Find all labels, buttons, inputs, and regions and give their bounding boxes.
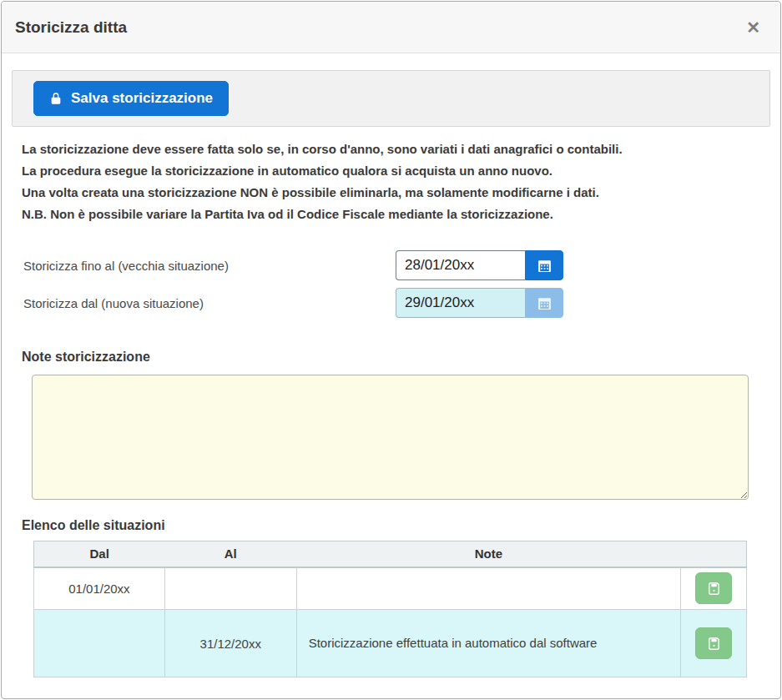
from-label: Storicizza dal (nuova situazione) [23, 296, 396, 310]
column-header-al: Al [164, 541, 296, 567]
cell-actions [681, 610, 747, 677]
from-calendar-button [525, 288, 563, 318]
table-header-row: Dal Al Note [34, 541, 747, 567]
until-input-group [396, 250, 563, 280]
close-icon: ✕ [746, 18, 760, 37]
cell-note [296, 567, 680, 610]
save-storicizzazione-button[interactable]: Salva storicizzazione [33, 81, 229, 116]
situations-title: Elenco delle situazioni [22, 518, 759, 533]
dialog-header: Storicizza ditta ✕ [2, 2, 780, 53]
from-input-group [396, 288, 563, 318]
row-save-button[interactable] [695, 627, 732, 659]
until-label: Storicizza fino al (vecchia situazione) [23, 259, 396, 273]
description-line: La storicizzazione deve essere fatta sol… [22, 138, 760, 160]
column-header-actions [681, 541, 747, 567]
until-date-input[interactable] [396, 250, 525, 280]
cell-dal: 01/01/20xx [34, 567, 165, 610]
cell-dal [34, 610, 165, 677]
floppy-save-icon [707, 582, 721, 596]
cell-al [164, 567, 296, 610]
dialog-body: Salva storicizzazione La storicizzazione… [2, 53, 780, 687]
table-row: 01/01/20xx [34, 567, 747, 610]
description-line: Una volta creata una storicizzazione NON… [22, 182, 760, 204]
column-header-note: Note [296, 541, 680, 567]
from-date-input [396, 288, 525, 318]
save-button-label: Salva storicizzazione [71, 90, 213, 107]
table-row: 31/12/20xx Storicizzazione effettuata in… [34, 610, 747, 677]
save-panel: Salva storicizzazione [12, 70, 770, 127]
cell-al: 31/12/20xx [164, 610, 296, 677]
lock-icon [49, 92, 63, 105]
until-calendar-button[interactable] [525, 250, 563, 280]
date-fields: Storicizza fino al (vecchia situazione) [23, 250, 759, 318]
floppy-save-icon [707, 637, 721, 651]
column-header-dal: Dal [34, 541, 165, 567]
cell-actions [681, 567, 747, 610]
situations-table: Dal Al Note 01/01/20xx [33, 541, 747, 677]
notes-label: Note storicizzazione [22, 350, 759, 365]
calendar-icon [537, 259, 552, 273]
row-save-button[interactable] [695, 572, 732, 604]
dialog-title: Storicizza ditta [15, 18, 127, 37]
cell-note: Storicizzazione effettuata in automatico… [296, 610, 680, 677]
field-row-from: Storicizza dal (nuova situazione) [23, 288, 759, 318]
description-line: N.B. Non è possibile variare la Partita … [22, 204, 760, 225]
description-block: La storicizzazione deve essere fatta sol… [22, 138, 760, 225]
description-line: La procedura esegue la storicizzazione i… [22, 160, 760, 182]
storicizza-dialog: Storicizza ditta ✕ Salva storicizzazione… [1, 1, 781, 699]
field-row-until: Storicizza fino al (vecchia situazione) [23, 250, 759, 280]
close-button[interactable]: ✕ [741, 16, 765, 39]
calendar-icon [537, 296, 552, 310]
notes-textarea[interactable] [32, 375, 749, 500]
